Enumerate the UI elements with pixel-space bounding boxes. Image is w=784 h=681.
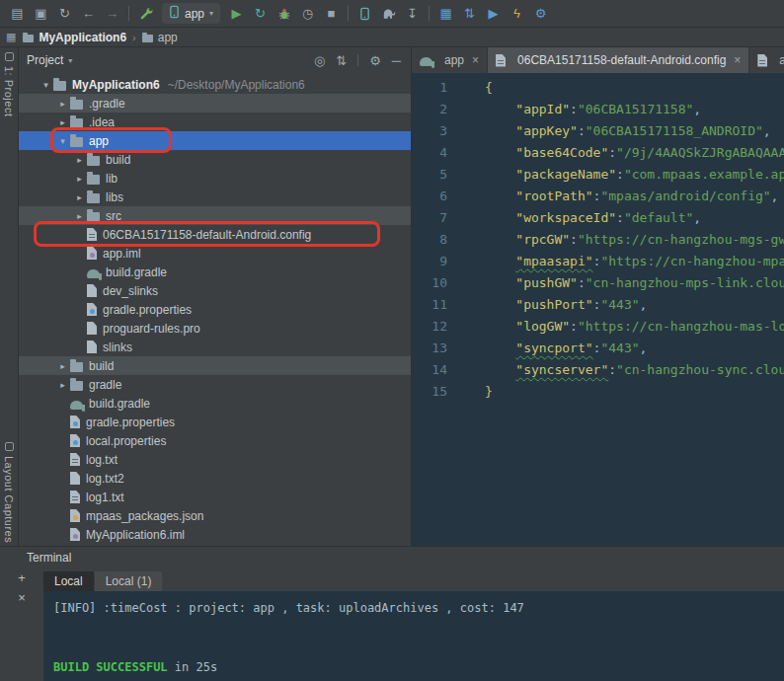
close-icon[interactable]: × [734, 53, 741, 67]
editor-tab-app[interactable]: app× [412, 47, 488, 73]
back-icon[interactable]: ← [81, 6, 96, 22]
tree-item-gradle-properties[interactable]: gradle.properties [19, 413, 411, 431]
terminal-toolbar: + × [0, 568, 43, 681]
tree-chevron-icon[interactable]: ▸ [72, 155, 87, 165]
tree-chevron-icon[interactable]: ▾ [55, 136, 70, 146]
chevron-down-icon: ▾ [68, 56, 72, 65]
terminal-output[interactable]: [INFO] :timeCost : project: app , task: … [43, 591, 784, 681]
text-file-icon [70, 491, 80, 503]
tree-chevron-icon[interactable]: ▾ [39, 80, 53, 90]
project-tool-label: 1: Project [3, 66, 15, 116]
sync-publish-icon[interactable]: ⇅ [462, 6, 477, 22]
tree-item-myapplication6-iml[interactable]: MyApplication6.iml [19, 525, 411, 544]
gradle-icon [87, 269, 100, 278]
sync-icon[interactable]: ↻ [57, 6, 72, 22]
tree-item-src[interactable]: ▸src [19, 206, 411, 225]
editor-tab-label: 06CBA15171158-default-Android.config [517, 53, 726, 67]
tree-chevron-icon[interactable]: ▸ [72, 174, 87, 184]
line-number: 4 [412, 142, 455, 164]
lightning-icon[interactable]: ϟ [510, 6, 524, 22]
tree-item-label: app.iml [103, 247, 141, 261]
tree-item-gradle-properties[interactable]: gradle.properties [19, 300, 411, 319]
tree-item-local-properties[interactable]: local.properties [19, 431, 411, 450]
gradle-sync-icon[interactable] [381, 6, 396, 22]
tree-chevron-icon[interactable]: ▸ [55, 99, 70, 109]
save-all-icon[interactable]: ▣ [34, 6, 48, 22]
breadcrumb-item-myapplication6[interactable]: MyApplication6 [23, 31, 126, 44]
tree-item-build[interactable]: ▸build [19, 150, 411, 169]
sdk-manager-icon[interactable]: ↧ [405, 6, 420, 22]
tree-item-dev-slinks[interactable]: dev_slinks [19, 281, 411, 300]
tree-item-slinks[interactable]: slinks [19, 338, 411, 356]
build-icon[interactable] [138, 6, 153, 22]
locate-file-icon[interactable]: ◎ [314, 54, 325, 67]
terminal-new-session-button[interactable]: + [14, 571, 30, 584]
editor-tab-app[interactable]: app [749, 47, 784, 73]
tree-item-label: src [106, 209, 121, 223]
project-view-selector[interactable]: Project ▾ [27, 53, 72, 67]
tree-item-mpaas-packages-json[interactable]: mpaas_packages.json [19, 506, 411, 525]
tree-chevron-icon[interactable]: ▸ [72, 211, 87, 221]
apply-changes-icon[interactable]: ↻ [253, 6, 268, 22]
forward-icon[interactable]: → [105, 6, 119, 22]
left-tool-stripe: 1: Project Layout Captures [0, 47, 19, 546]
collapse-all-icon[interactable]: ⇅ [336, 54, 347, 67]
code-editor[interactable]: 1{2 "appId":"06CBA15171158",3 "appKey":"… [412, 73, 784, 546]
tree-chevron-icon[interactable]: ▸ [72, 192, 87, 202]
tree-item-lib[interactable]: ▸lib [19, 169, 411, 188]
layout-captures-tool-button[interactable]: Layout Captures [0, 442, 18, 543]
window-tool-toggle-icon[interactable]: ▦ [6, 31, 16, 43]
tree-item-app[interactable]: ▾app [19, 131, 411, 150]
tree-item-gradle[interactable]: ▸gradle [19, 375, 411, 394]
line-number: 2 [412, 99, 455, 120]
tree-chevron-icon[interactable]: ▸ [55, 361, 70, 371]
run-remote-icon[interactable]: ▶ [486, 6, 501, 22]
project-tool-button[interactable]: 1: Project [0, 52, 18, 116]
tree-item-gradle[interactable]: ▸.gradle [19, 94, 411, 113]
text-file-icon [70, 453, 80, 466]
tree-item-log-txt[interactable]: log.txt [19, 450, 411, 469]
toolbar-divider-1 [128, 6, 129, 21]
tree-item-label: .gradle [89, 97, 125, 111]
terminal-tab-local[interactable]: Local [43, 571, 94, 591]
editor-tab-06cba15171158-default-android-config[interactable]: 06CBA15171158-default-Android.config× [488, 47, 749, 73]
code-line: 12 "logGW":"https://cn-hangzhou-mas-log.… [412, 316, 784, 338]
terminal-tab-local-1[interactable]: Local (1) [95, 571, 163, 591]
stop-icon[interactable]: ■ [324, 6, 339, 22]
profile-icon[interactable]: ◷ [300, 6, 315, 22]
breadcrumb-item-app[interactable]: app [142, 31, 178, 44]
tree-item-build[interactable]: ▸build [19, 356, 411, 375]
tree-item-build-gradle[interactable]: build.gradle [19, 394, 411, 413]
tree-item-build-gradle[interactable]: build.gradle [19, 263, 411, 281]
pane-settings-icon[interactable]: ⚙ [369, 54, 381, 67]
line-number: 6 [412, 186, 455, 207]
debug-icon[interactable] [276, 6, 291, 22]
tree-item-myapplication6[interactable]: ▾MyApplication6~/Desktop/MyApplication6 [19, 75, 411, 94]
tree-item-libs[interactable]: ▸libs [19, 188, 411, 206]
settings-icon[interactable]: ⚙ [533, 6, 548, 22]
tree-item-log1-txt[interactable]: log1.txt [19, 488, 411, 506]
device-manager-icon[interactable] [357, 6, 372, 22]
terminal-close-button[interactable]: × [14, 591, 30, 604]
hide-panel-icon[interactable]: ─ [392, 54, 401, 67]
tree-item-log-txt2[interactable]: log.txt2 [19, 469, 411, 488]
chevron-down-icon: ▾ [209, 9, 213, 18]
properties-file-icon [87, 303, 97, 316]
gradle-icon [70, 401, 83, 410]
close-icon[interactable]: × [472, 53, 479, 67]
tree-item-app-iml[interactable]: app.iml [19, 244, 411, 263]
line-number: 1 [412, 77, 455, 99]
tree-chevron-icon[interactable]: ▸ [55, 380, 70, 390]
project-panel-header: Project ▾ ◎⇅⚙─ [19, 47, 411, 73]
tree-item-06cba15171158-default-android-config[interactable]: 06CBA15171158-default-Android.config [19, 225, 411, 244]
file-icon [70, 472, 80, 485]
layout-inspector-icon[interactable]: ▦ [438, 6, 453, 22]
run-icon[interactable]: ▶ [229, 6, 244, 22]
tree-item-label: slinks [103, 340, 132, 354]
tree-chevron-icon[interactable]: ▸ [55, 117, 70, 127]
gradle-icon [420, 57, 432, 66]
tree-item-proguard-rules-pro[interactable]: proguard-rules.pro [19, 319, 411, 338]
run-config-selector[interactable]: app▾ [162, 3, 220, 24]
tree-item-idea[interactable]: ▸.idea [19, 113, 411, 131]
open-icon[interactable]: ▤ [10, 6, 25, 22]
